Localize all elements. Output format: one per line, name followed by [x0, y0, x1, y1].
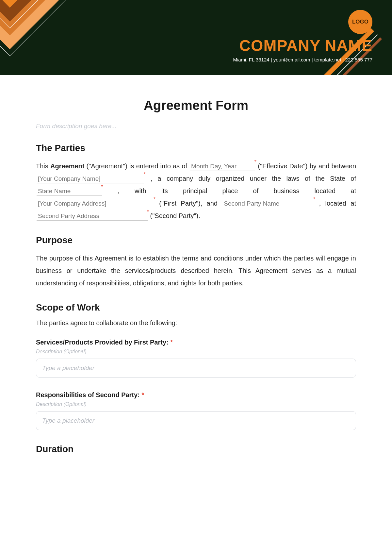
form-description: Form description goes here... [36, 123, 356, 130]
document-header: LOGO COMPANY NAME Miami, FL 33124 | your… [0, 0, 392, 75]
purpose-paragraph: The purpose of this Agreement is to esta… [36, 252, 356, 289]
effective-date-input[interactable] [190, 163, 255, 171]
state-name-input[interactable] [37, 188, 102, 196]
scope-lead-text: The parties agree to collaborate on the … [36, 319, 356, 327]
section-heading-parties: The Parties [36, 143, 356, 153]
section-heading-duration: Duration [36, 444, 356, 454]
section-heading-purpose: Purpose [36, 235, 356, 245]
company-name: COMPANY NAME [233, 38, 372, 54]
company-address-input[interactable] [37, 200, 154, 208]
document-body: Agreement Form Form description goes her… [0, 75, 392, 454]
section-heading-scope: Scope of Work [36, 302, 356, 313]
second-party-responsibilities-input[interactable] [36, 411, 356, 430]
first-party-services-input[interactable] [36, 359, 356, 378]
company-name-input[interactable] [37, 175, 144, 183]
contact-info: Miami, FL 33124 | your@email.com | templ… [233, 57, 372, 62]
first-party-services-label: Services/Products Provided by First Part… [36, 339, 356, 346]
logo-badge: LOGO [348, 10, 372, 34]
header-decoration [0, 0, 137, 75]
second-party-address-input[interactable] [37, 212, 148, 221]
parties-paragraph: This Agreement ("Agreement") is entered … [36, 160, 356, 222]
second-party-name-input[interactable] [222, 200, 314, 208]
form-title: Agreement Form [36, 98, 356, 113]
second-party-responsibilities-label: Responsibilities of Second Party: * [36, 391, 356, 399]
field-description: Description (Optional) [36, 349, 356, 355]
field-description: Description (Optional) [36, 401, 356, 407]
